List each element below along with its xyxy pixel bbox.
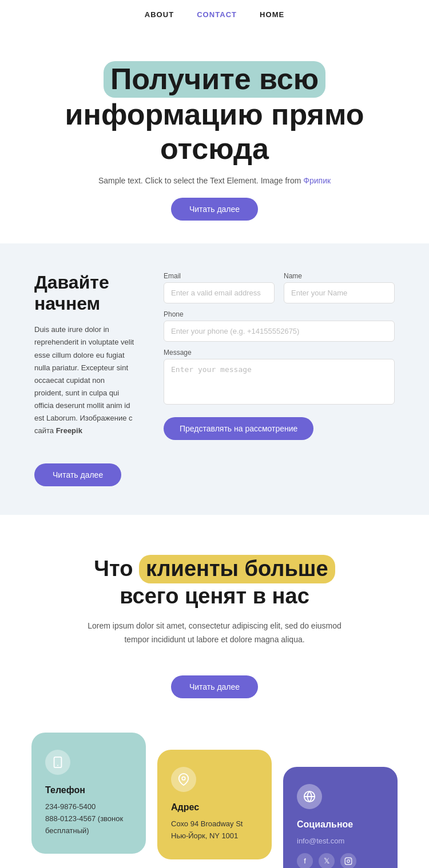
svg-rect-5 bbox=[345, 858, 352, 865]
name-label: Name bbox=[284, 272, 395, 280]
navigation: ABOUT CONTACT HOME bbox=[0, 0, 429, 27]
cards-container: Телефон 234-9876-5400888-0123-4567 (звон… bbox=[0, 721, 429, 868]
nav-home[interactable]: HOME bbox=[260, 10, 284, 19]
contact-read-more-button[interactable]: Читать далее bbox=[34, 463, 121, 486]
phone-card-title: Телефон bbox=[45, 785, 132, 795]
nav-about[interactable]: ABOUT bbox=[145, 10, 174, 19]
contact-description: Duis aute irure dolor in reprehenderit i… bbox=[34, 323, 135, 437]
message-label: Message bbox=[164, 349, 395, 357]
social-icons-row: f 𝕏 bbox=[297, 853, 384, 868]
values-highlight: клиенты больше bbox=[139, 555, 335, 583]
freepik-brand: Freepik bbox=[56, 426, 82, 435]
phone-input[interactable] bbox=[164, 321, 395, 342]
values-read-more-button[interactable]: Читать далее bbox=[171, 675, 258, 698]
twitter-icon[interactable]: 𝕏 bbox=[319, 853, 335, 868]
name-input[interactable] bbox=[284, 282, 395, 303]
card-social: Социальное info@test.com f 𝕏 bbox=[283, 767, 398, 868]
hero-section: Получите всю информацию прямоотсюда Samp… bbox=[0, 27, 429, 243]
address-card-text: Сохо 94 Broadway St Нью-Йорк, NY 1001 bbox=[171, 818, 258, 842]
values-title: Что клиенты больше всего ценят в нас bbox=[46, 555, 383, 609]
address-card-title: Адрес bbox=[171, 802, 258, 813]
card-phone: Телефон 234-9876-5400888-0123-4567 (звон… bbox=[31, 733, 146, 854]
contact-section: Давайте начнем Duis aute irure dolor in … bbox=[0, 243, 429, 515]
hero-title: Получите всю информацию прямоотсюда bbox=[46, 61, 383, 166]
phone-group: Phone bbox=[164, 310, 395, 342]
social-card-title: Социальное bbox=[297, 819, 384, 830]
phone-card-numbers: 234-9876-5400888-0123-4567 (звонок беспл… bbox=[45, 801, 132, 837]
hero-subtitle: Sample text. Click to select the Text El… bbox=[46, 176, 383, 185]
email-input[interactable] bbox=[164, 282, 275, 303]
values-section: Что клиенты больше всего ценят в нас Lor… bbox=[0, 515, 429, 721]
contact-form: Email Name Phone Message Представлять на… bbox=[164, 272, 395, 440]
email-group: Email bbox=[164, 272, 275, 303]
facebook-icon[interactable]: f bbox=[297, 853, 313, 868]
social-card-icon bbox=[297, 784, 322, 809]
email-label: Email bbox=[164, 272, 275, 280]
contact-left: Давайте начнем Duis aute irure dolor in … bbox=[34, 272, 135, 486]
name-group: Name bbox=[284, 272, 395, 303]
address-card-icon bbox=[171, 767, 196, 792]
phone-card-icon bbox=[45, 750, 70, 775]
svg-point-2 bbox=[182, 777, 185, 780]
card-address: Адрес Сохо 94 Broadway St Нью-Йорк, NY 1… bbox=[157, 750, 272, 859]
form-row-email-name: Email Name bbox=[164, 272, 395, 303]
values-description: Lorem ipsum dolor sit amet, consectetur … bbox=[77, 619, 352, 647]
submit-button[interactable]: Представлять на рассмотрение bbox=[164, 417, 313, 440]
social-card-email: info@test.com bbox=[297, 835, 384, 847]
phone-label: Phone bbox=[164, 310, 395, 318]
freepik-link[interactable]: Фрипик bbox=[303, 176, 331, 185]
message-group: Message bbox=[164, 349, 395, 405]
instagram-icon[interactable] bbox=[340, 853, 356, 868]
hero-title-highlight: Получите всю bbox=[104, 61, 325, 98]
hero-read-more-button[interactable]: Читать далее bbox=[171, 198, 258, 221]
message-input[interactable] bbox=[164, 359, 395, 405]
contact-heading: Давайте начнем bbox=[34, 272, 135, 314]
nav-contact[interactable]: CONTACT bbox=[197, 10, 237, 19]
